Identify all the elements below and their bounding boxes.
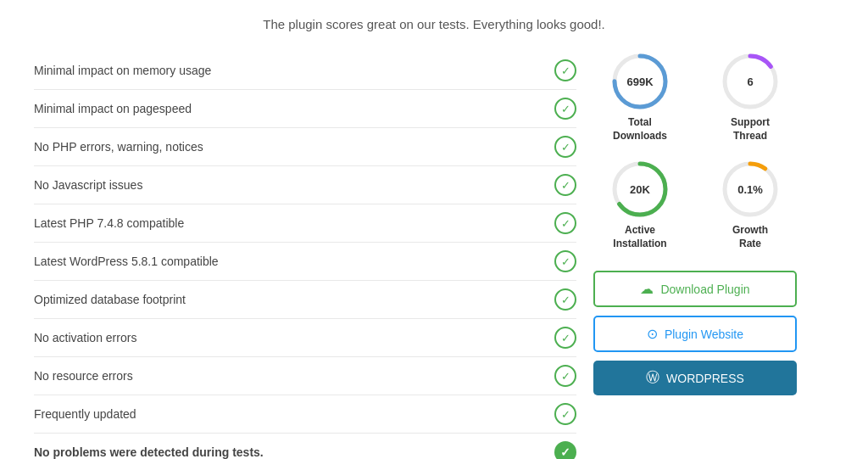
stats-grid: 699K TotalDownloads 6 SupportThread 20K …	[593, 52, 797, 250]
stat-value: 6	[747, 76, 753, 88]
download-button[interactable]: ☁ Download Plugin	[593, 271, 797, 307]
check-icon: ✓	[554, 327, 576, 349]
checklist-item: No activation errors✓	[34, 319, 576, 357]
checklist-item: No problems were detected during tests.✓	[34, 434, 576, 459]
check-icon: ✓	[554, 136, 576, 158]
stat-label: SupportThread	[731, 116, 770, 143]
checklist-label: No PHP errors, warning, notices	[34, 140, 203, 154]
wordpress-button[interactable]: Ⓦ WORDPRESS	[593, 361, 797, 395]
check-icon: ✓	[554, 441, 576, 459]
checklist-label: No Javascript issues	[34, 178, 142, 192]
checklist-label: Latest WordPress 5.8.1 compatible	[34, 255, 219, 268]
stat-label: GrowthRate	[732, 224, 768, 250]
stat-value: 699K	[626, 76, 653, 88]
check-icon: ✓	[554, 212, 576, 234]
checklist-item: Minimal impact on memory usage✓	[34, 52, 576, 90]
checklist-item: No PHP errors, warning, notices✓	[34, 128, 576, 166]
right-panel: 699K TotalDownloads 6 SupportThread 20K …	[576, 52, 797, 459]
header-text: The plugin scores great on our tests. Ev…	[34, 17, 834, 31]
stat-item: 699K TotalDownloads	[610, 52, 670, 143]
check-icon: ✓	[554, 98, 576, 120]
buttons-section: ☁ Download Plugin ⊙ Plugin Website Ⓦ WOR…	[593, 271, 797, 395]
download-button-label: Download Plugin	[660, 283, 749, 296]
checklist-label: No resource errors	[34, 369, 133, 383]
checklist-section: Minimal impact on memory usage✓Minimal i…	[34, 52, 576, 459]
main-content: Minimal impact on memory usage✓Minimal i…	[34, 52, 834, 459]
check-icon: ✓	[554, 365, 576, 387]
check-icon: ✓	[554, 174, 576, 196]
stat-item: 6 SupportThread	[721, 52, 780, 143]
checklist-item: Latest PHP 7.4.8 compatible✓	[34, 204, 576, 243]
check-icon: ✓	[554, 288, 576, 311]
checklist-item: Minimal impact on pagespeed✓	[34, 90, 576, 128]
checklist-item: Latest WordPress 5.8.1 compatible✓	[34, 243, 576, 281]
checklist-item: Optimized database footprint✓	[34, 281, 576, 319]
checklist-item: Frequently updated✓	[34, 395, 576, 434]
check-icon: ✓	[554, 59, 576, 81]
stat-label: TotalDownloads	[613, 116, 667, 143]
check-icon: ✓	[554, 403, 576, 425]
wordpress-icon: Ⓦ	[646, 369, 659, 387]
wordpress-label: WORDPRESS	[666, 372, 744, 385]
checklist-label: Optimized database footprint	[34, 293, 186, 306]
check-icon: ✓	[554, 250, 576, 272]
checklist-label: Latest PHP 7.4.8 compatible	[34, 216, 184, 230]
stat-item: 0.1% GrowthRate	[721, 160, 780, 250]
stat-item: 20K ActiveInstallation	[610, 160, 670, 250]
stat-value: 20K	[630, 183, 650, 196]
checklist-item: No Javascript issues✓	[34, 166, 576, 204]
checklist-label: Minimal impact on pagespeed	[34, 102, 192, 115]
website-icon: ⊙	[647, 326, 658, 342]
checklist-label: No problems were detected during tests.	[34, 445, 264, 459]
checklist-label: Minimal impact on memory usage	[34, 64, 211, 77]
download-icon: ☁	[640, 281, 654, 297]
stat-value: 0.1%	[737, 183, 763, 196]
plugin-website-button[interactable]: ⊙ Plugin Website	[593, 316, 797, 352]
checklist-label: Frequently updated	[34, 407, 136, 421]
checklist-label: No activation errors	[34, 331, 136, 344]
checklist-item: No resource errors✓	[34, 357, 576, 395]
stat-label: ActiveInstallation	[613, 224, 666, 250]
plugin-website-label: Plugin Website	[665, 327, 743, 341]
